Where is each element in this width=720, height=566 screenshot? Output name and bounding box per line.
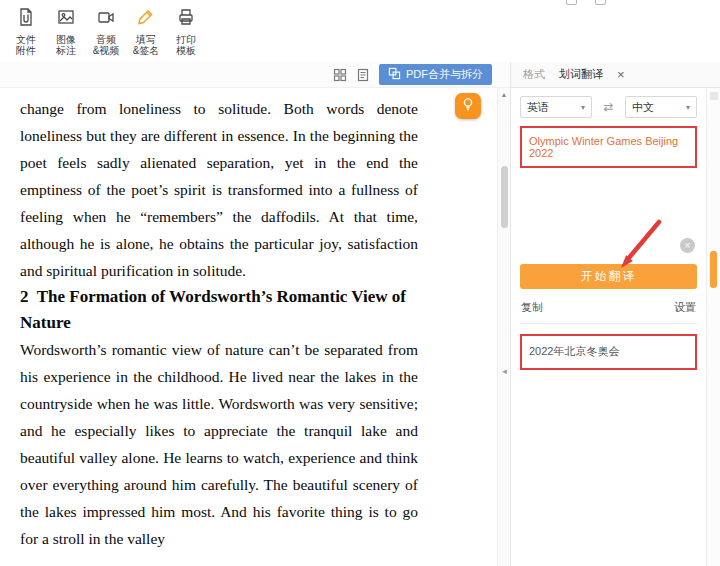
document-heading: 2 The Formation of Wordsworth’s Romantic… <box>20 284 418 336</box>
document-scrollbar[interactable]: ▲ ◂ <box>497 88 510 566</box>
start-translate-button[interactable]: 开始翻译 <box>520 264 697 289</box>
tool-label: &视频 <box>93 45 120 56</box>
panel-scrollbar-thumb[interactable] <box>710 251 717 288</box>
source-language-value: 英语 <box>527 100 549 115</box>
lightbulb-icon <box>460 96 476 116</box>
file-attachment-tool[interactable]: 文件 附件 <box>6 7 46 56</box>
tool-label: 音频 <box>93 34 120 45</box>
target-language-dropdown[interactable]: 中文 ▾ <box>625 96 697 118</box>
image-icon <box>56 7 76 31</box>
scroll-up-button[interactable] <box>710 92 718 100</box>
tool-label: 模板 <box>176 45 196 56</box>
tab-format[interactable]: 格式 <box>523 67 545 82</box>
translate-panel: 英语 ▾ ⇄ 中文 ▾ Olympic Winter Games Beijing… <box>510 88 706 566</box>
scrollbar-thumb[interactable] <box>501 166 508 228</box>
document-paragraph: change from loneliness to solitude. Both… <box>20 95 418 284</box>
merge-split-icon <box>388 67 401 82</box>
target-language-value: 中文 <box>632 100 654 115</box>
tool-label: 标注 <box>56 45 76 56</box>
pdf-editor-window: 文件 附件 图像 标注 音频 <box>0 0 720 566</box>
tab-translate[interactable]: 划词翻译 <box>559 67 603 82</box>
panel-tab-bar: 格式 划词翻译 × <box>510 62 720 88</box>
close-icon[interactable]: × <box>617 68 625 81</box>
settings-button[interactable]: 设置 <box>674 300 696 315</box>
pdf-merge-split-label: PDF合并与拆分 <box>406 67 483 82</box>
image-annotation-tool[interactable]: 图像 标注 <box>46 7 86 56</box>
tool-label: 打印 <box>176 34 196 45</box>
chevron-down-icon: ▾ <box>581 103 585 112</box>
printer-icon <box>176 7 196 31</box>
video-camera-icon <box>96 7 116 31</box>
page-view-icon[interactable] <box>356 68 370 82</box>
tool-label: 填写 <box>133 34 160 45</box>
secondary-toolbar: PDF合并与拆分 <box>0 62 510 88</box>
source-language-dropdown[interactable]: 英语 ▾ <box>520 96 592 118</box>
tool-label: &签名 <box>133 45 160 56</box>
titlebar-icon[interactable] <box>595 0 606 5</box>
scroll-up-icon[interactable]: ▲ <box>498 88 510 98</box>
chevron-down-icon: ▾ <box>686 103 690 112</box>
audio-video-tool[interactable]: 音频 &视频 <box>86 7 126 56</box>
titlebar-icon[interactable] <box>566 0 577 5</box>
tool-label: 文件 <box>16 34 36 45</box>
file-attachment-icon <box>16 7 36 31</box>
tool-label: 附件 <box>16 45 36 56</box>
panel-scrollbar[interactable] <box>706 88 720 566</box>
pdf-merge-split-button[interactable]: PDF合并与拆分 <box>379 64 492 85</box>
thumbnail-view-icon[interactable] <box>333 68 347 82</box>
swap-languages-icon[interactable]: ⇄ <box>603 100 613 114</box>
print-template-tool[interactable]: 打印 模板 <box>166 7 206 56</box>
top-toolbar: 文件 附件 图像 标注 音频 <box>0 0 720 62</box>
copy-button[interactable]: 复制 <box>521 300 543 315</box>
tool-label: 图像 <box>56 34 76 45</box>
clear-text-icon[interactable]: × <box>680 238 695 253</box>
pencil-icon <box>136 7 156 31</box>
translation-result: 2022年北京冬奥会 <box>520 334 697 370</box>
source-text-input[interactable]: Olympic Winter Games Beijing 2022 <box>520 126 697 168</box>
titlebar-icons <box>566 0 606 5</box>
tip-lightbulb-button[interactable] <box>455 93 481 119</box>
document-paragraph: Wordsworth’s romantic view of nature can… <box>20 336 418 552</box>
document-page: change from loneliness to solitude. Both… <box>0 88 497 566</box>
fill-sign-tool[interactable]: 填写 &签名 <box>126 7 166 56</box>
